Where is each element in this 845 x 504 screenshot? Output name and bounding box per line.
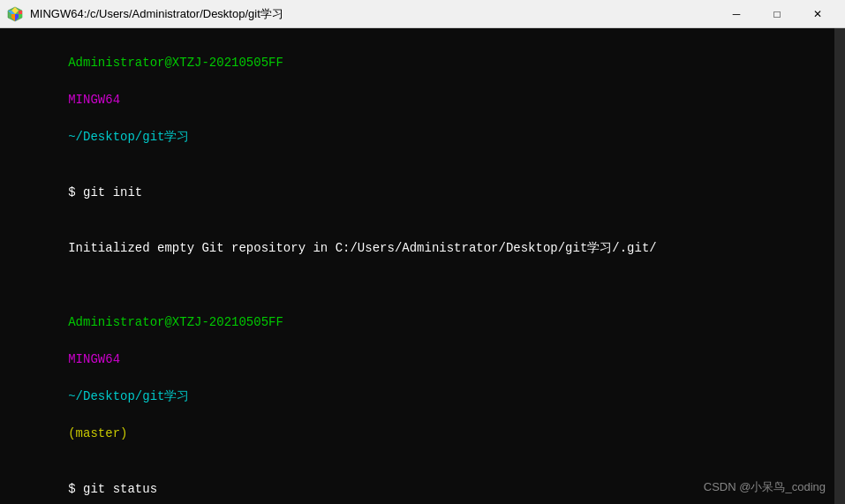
prompt-space3 [68, 408, 75, 422]
minimize-button[interactable]: ─ [716, 0, 757, 28]
prompt-user: Administrator@XTZJ-20210505FF [68, 56, 283, 70]
window-title: MINGW64:/c/Users/Administrator/Desktop/g… [30, 6, 716, 22]
watermark: CSDN @小呆鸟_coding [704, 479, 826, 495]
prompt-space [68, 74, 75, 88]
terminal-line: Administrator@XTZJ-20210505FF MINGW64 ~/… [9, 295, 826, 462]
svg-marker-2 [19, 11, 22, 14]
svg-marker-6 [19, 14, 22, 18]
window-icon [7, 6, 23, 22]
command-text: $ git status [68, 482, 157, 496]
prompt-user: Administrator@XTZJ-20210505FF [68, 315, 283, 329]
command-text: $ git init [68, 185, 142, 199]
terminal-line: Initialized empty Git repository in C:/U… [9, 221, 826, 276]
terminal-container: Administrator@XTZJ-20210505FF MINGW64 ~/… [0, 28, 845, 504]
window-controls: ─ □ ✕ [716, 0, 838, 28]
restore-button[interactable]: □ [757, 0, 797, 28]
terminal-window: MINGW64:/c/Users/Administrator/Desktop/g… [0, 0, 845, 504]
output-text: Initialized empty Git repository in C:/U… [68, 241, 657, 255]
prompt-space2 [68, 111, 75, 125]
prompt-branch: (master) [68, 426, 127, 440]
prompt-path: ~/Desktop/git学习 [68, 389, 189, 403]
prompt-path: ~/Desktop/git学习 [68, 130, 189, 144]
terminal-line: $ git init [9, 165, 826, 221]
prompt-shell: MINGW64 [68, 352, 120, 366]
prompt-shell: MINGW64 [68, 93, 120, 107]
close-button[interactable]: ✕ [797, 0, 838, 28]
terminal-body[interactable]: Administrator@XTZJ-20210505FF MINGW64 ~/… [0, 28, 834, 504]
prompt-space [68, 334, 75, 348]
prompt-space2 [68, 371, 75, 385]
terminal-line [9, 276, 826, 295]
terminal-line: Administrator@XTZJ-20210505FF MINGW64 ~/… [9, 35, 826, 165]
scrollbar[interactable] [834, 28, 845, 504]
title-bar: MINGW64:/c/Users/Administrator/Desktop/g… [0, 0, 845, 28]
